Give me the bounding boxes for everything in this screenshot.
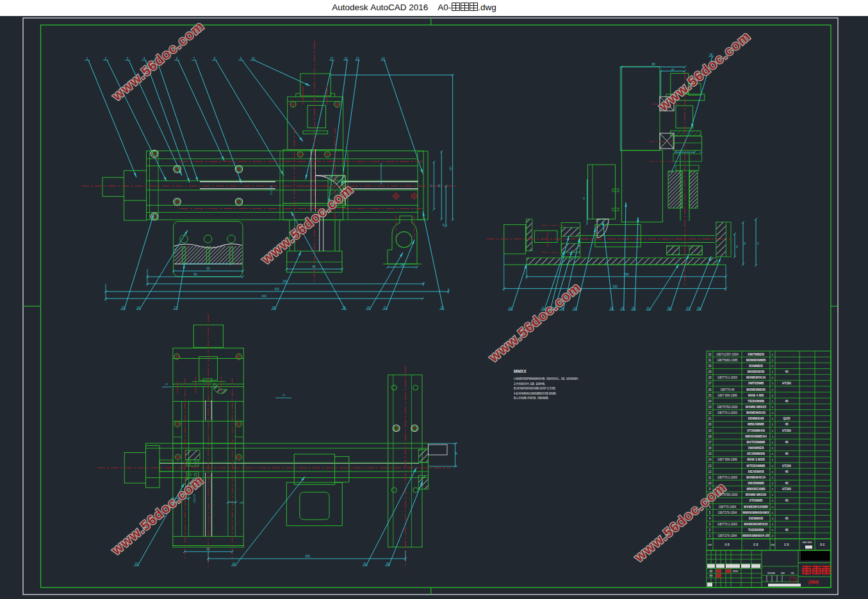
svg-text:30: 30 <box>708 365 712 368</box>
svg-text:45: 45 <box>785 482 789 485</box>
svg-text:GB/T70.1-2000: GB/T70.1-2000 <box>717 411 737 414</box>
svg-text:1: 1 <box>772 388 774 391</box>
svg-text:20: 20 <box>708 423 712 426</box>
svg-text:MTEBXMMB: MTEBXMMB <box>747 464 766 468</box>
svg-text:MXM 4 MB: MXM 4 MB <box>748 394 764 397</box>
svg-text:MB: MB <box>781 571 785 575</box>
svg-text:75: 75 <box>757 242 760 245</box>
svg-text:XMITMBEB: XMITMBEB <box>748 353 765 356</box>
svg-text:N B: N B <box>725 543 730 546</box>
svg-text:MMXBEXMB: MMXBEXMB <box>746 488 766 491</box>
svg-text:1: 1 <box>772 523 774 526</box>
svg-text:B.LXXMB-FMXB. XBMMB.: B.LXXMB-FMXB. XBMMB. <box>514 397 549 400</box>
svg-text:XBMMXHB: XBMMXHB <box>748 417 764 420</box>
svg-text:30: 30 <box>667 307 671 310</box>
svg-text:1: 1 <box>772 417 774 420</box>
svg-text:o30: o30 <box>240 502 243 504</box>
svg-text:28: 28 <box>708 376 712 379</box>
svg-text:22: 22 <box>708 411 712 414</box>
svg-text:3: 3 <box>127 57 129 60</box>
svg-text:XIEXBMXB: XIEXBMXB <box>748 470 764 473</box>
svg-text:19: 19 <box>621 307 625 310</box>
svg-text:20: 20 <box>632 307 635 310</box>
svg-text:15: 15 <box>708 452 712 455</box>
svg-text:1: 1 <box>772 470 774 473</box>
svg-text:22: 22 <box>440 306 444 309</box>
svg-text:19: 19 <box>342 306 346 309</box>
svg-text:2: 2 <box>772 534 774 537</box>
svg-text:GB/T5682-1985: GB/T5682-1985 <box>717 359 738 362</box>
svg-text:22: 22 <box>509 307 512 310</box>
svg-text:MXMM M6X30: MXMM M6X30 <box>746 493 767 496</box>
svg-text:MX: MX <box>709 570 713 573</box>
svg-text:2.HXMAXH. EB. EMHB.: 2.HXMAXH. EB. EMHB. <box>514 382 545 386</box>
svg-text:1: 1 <box>772 505 774 509</box>
svg-text:45: 45 <box>785 452 789 455</box>
svg-text:MXMEM4X14: MXMEM4X14 <box>746 476 766 479</box>
svg-text:4.EXHMMM.MMMBMXXB.MMB.: 4.EXHMMM.MMMBMXXB.MMB. <box>514 392 557 395</box>
svg-text:13: 13 <box>573 307 577 310</box>
svg-text:45: 45 <box>785 423 789 426</box>
svg-text:XMXBMMB: XMXBMMB <box>748 482 764 485</box>
svg-text:21: 21 <box>383 306 387 309</box>
svg-text:26: 26 <box>697 307 701 310</box>
svg-text:XB: XB <box>790 571 794 575</box>
svg-text:60: 60 <box>743 242 746 245</box>
svg-text:MBEXMMB: MBEXMMB <box>748 423 764 426</box>
svg-text:14: 14 <box>381 57 385 60</box>
svg-text:12: 12 <box>708 470 712 473</box>
svg-text:45: 45 <box>283 394 285 397</box>
svg-text:14: 14 <box>708 458 712 461</box>
svg-text:2: 2 <box>772 447 774 450</box>
svg-text:1: 1 <box>772 452 774 455</box>
svg-text:XM: XM <box>771 543 774 546</box>
svg-text:4: 4 <box>709 517 711 520</box>
svg-text:MXMEMMXB: MXMEMMXB <box>746 388 766 391</box>
svg-text:MXMM M8X25: MXMM M8X25 <box>746 406 767 409</box>
svg-text:MMXKMM6004MX: MMXKMM6004MX <box>742 511 769 514</box>
svg-text:19: 19 <box>708 429 712 432</box>
svg-text:2: 2 <box>772 411 774 414</box>
svg-text:MXMMXMMB: MXMMXMMB <box>746 359 766 362</box>
svg-text:21: 21 <box>708 417 712 420</box>
svg-text:HT200: HT200 <box>782 429 791 432</box>
svg-text:MXMEM5X20MB: MXMEM5X20MB <box>744 505 768 509</box>
svg-text:2: 2 <box>772 499 774 502</box>
svg-text:TIEBXMMB: TIEBXMMB <box>748 400 765 403</box>
svg-text:4: 4 <box>143 57 145 60</box>
svg-text:2: 2 <box>772 376 774 379</box>
svg-text:45: 45 <box>785 441 789 444</box>
svg-text:22.5:0.05: 22.5:0.05 <box>270 186 273 195</box>
svg-text:www.56doc.com: www.56doc.com <box>486 279 584 365</box>
svg-text:E B: E B <box>784 543 789 546</box>
svg-text:1: 1 <box>772 365 774 368</box>
svg-text:1: 1 <box>772 488 774 491</box>
svg-text:XIEMMXB: XIEMMXB <box>749 517 764 520</box>
svg-text:HT200: HT200 <box>782 464 791 468</box>
svg-text:305: 305 <box>305 555 310 558</box>
svg-text:3: 3 <box>709 523 711 526</box>
svg-text:45: 45 <box>785 470 789 473</box>
svg-text:GB/T 896-1986: GB/T 896-1986 <box>717 458 737 461</box>
svg-text:XH: XH <box>708 543 712 546</box>
svg-text:45: 45 <box>785 517 789 520</box>
svg-text:XMTEBMB: XMTEBMB <box>748 382 764 385</box>
svg-text:10: 10 <box>708 482 712 485</box>
svg-text:MIXBEMXB: MIXBEMXB <box>748 370 765 373</box>
svg-text:55: 55 <box>206 267 210 270</box>
svg-text:E B: E B <box>753 543 758 546</box>
svg-text:MXMEMXM5X20: MXMEMXM5X20 <box>744 523 768 526</box>
svg-text:XMXMBEB: XMXMBEB <box>748 447 764 450</box>
svg-text:B.MXMHMXMXMB-MXP-CXXB.: B.MXMHMXMXMB-MXP-CXXB. <box>514 387 556 390</box>
svg-text:45: 45 <box>785 400 789 403</box>
svg-text:37: 37 <box>686 307 690 310</box>
svg-text:B E: B E <box>820 543 824 546</box>
svg-text:1: 1 <box>772 400 774 403</box>
svg-text:1: 1 <box>709 534 711 537</box>
svg-text:40: 40 <box>700 151 703 154</box>
svg-text:7: 7 <box>193 57 195 60</box>
svg-text:98: 98 <box>438 184 441 187</box>
svg-text:GB/T70-94: GB/T70-94 <box>720 388 735 391</box>
svg-text:32: 32 <box>708 353 712 356</box>
svg-text:6: 6 <box>176 57 178 60</box>
